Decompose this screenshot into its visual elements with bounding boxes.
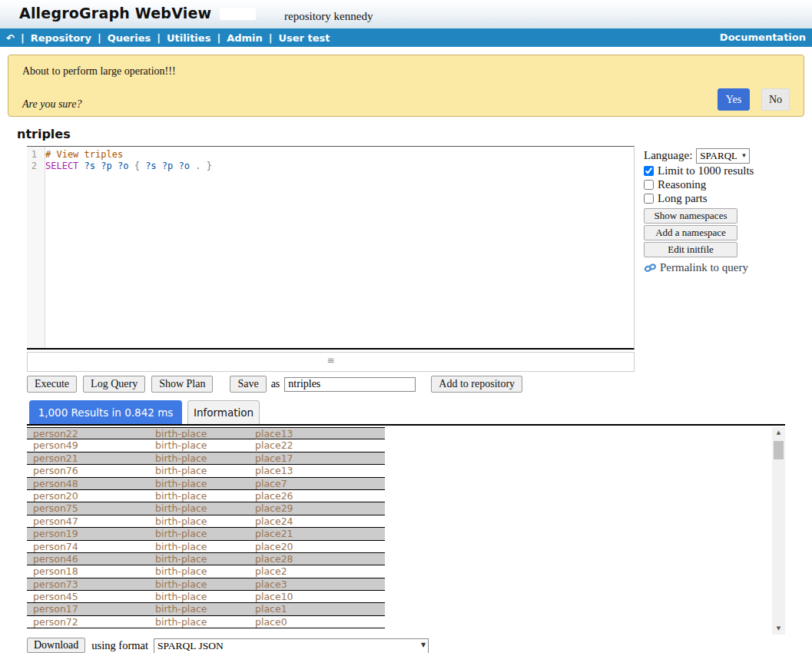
result-object-link[interactable]: place0 <box>255 616 385 628</box>
result-object-link[interactable]: place26 <box>255 490 385 502</box>
result-subject-link[interactable]: person45 <box>27 591 155 602</box>
tab-results[interactable]: 1,000 Results in 0.842 ms <box>29 400 182 424</box>
result-object-link[interactable]: place13 <box>255 465 385 476</box>
result-subject-link[interactable]: person75 <box>27 502 155 514</box>
result-object-link[interactable]: place20 <box>255 541 385 552</box>
yes-button[interactable]: Yes <box>718 88 750 111</box>
result-object-link[interactable]: place7 <box>255 478 385 489</box>
nav-item-admin[interactable]: Admin <box>210 32 262 44</box>
no-button[interactable]: No <box>761 88 790 111</box>
result-predicate-link[interactable]: birth-place <box>155 591 255 602</box>
result-subject-link[interactable]: person19 <box>27 528 155 539</box>
result-object-link[interactable]: place21 <box>255 528 385 539</box>
result-subject-link[interactable]: person18 <box>27 565 155 577</box>
nav-item-documentation[interactable]: Documentation <box>720 28 806 47</box>
checkbox-long-parts[interactable] <box>644 194 654 204</box>
result-predicate-link[interactable]: birth-place <box>155 465 255 476</box>
result-subject-link[interactable]: person72 <box>27 616 155 628</box>
result-predicate-link[interactable]: birth-place <box>155 439 255 451</box>
result-predicate-link[interactable]: birth-place <box>155 515 255 527</box>
result-predicate-link[interactable]: birth-place <box>155 452 255 464</box>
result-object-link[interactable]: place29 <box>255 502 385 514</box>
format-select[interactable]: SPARQL JSON <box>154 638 429 653</box>
result-subject-link[interactable]: person17 <box>27 603 155 615</box>
table-row: person17birth-placeplace1 <box>27 603 385 615</box>
nav-item-repository[interactable]: Repository <box>15 32 91 44</box>
checkbox-reasoning[interactable] <box>644 180 654 190</box>
show-plan-button[interactable]: Show Plan <box>151 376 213 393</box>
checkbox-label-reasoning: Reasoning <box>658 178 706 191</box>
save-name-input[interactable] <box>284 377 416 392</box>
save-button[interactable]: Save <box>230 376 266 393</box>
permalink-to-query-link[interactable]: Permalink to query <box>644 261 767 274</box>
result-predicate-link[interactable]: birth-place <box>155 553 255 565</box>
table-row: person73birth-placeplace3 <box>27 578 385 591</box>
nav-item-user-test[interactable]: User test <box>263 32 330 44</box>
permalink-label: Permalink to query <box>660 261 748 274</box>
language-select[interactable]: SPARQL <box>696 148 750 164</box>
result-object-link[interactable]: place13 <box>255 428 385 439</box>
results-table: person22birth-placeplace13person49birth-… <box>27 427 769 635</box>
result-subject-link[interactable]: person21 <box>27 452 155 464</box>
code-text: # View triples <box>42 149 123 161</box>
line-number: 1 <box>27 149 42 161</box>
result-predicate-link[interactable]: birth-place <box>155 578 255 590</box>
show-namespaces-button[interactable]: Show namespaces <box>644 208 737 224</box>
execute-button[interactable]: Execute <box>27 376 77 393</box>
result-object-link[interactable]: place1 <box>255 603 385 615</box>
nav-item-queries[interactable]: Queries <box>91 32 151 44</box>
main-navbar: ↶ RepositoryQueriesUtilitiesAdminUser te… <box>0 28 812 47</box>
as-label: as <box>271 378 280 390</box>
download-button[interactable]: Download <box>27 638 85 653</box>
result-predicate-link[interactable]: birth-place <box>155 428 255 439</box>
add-a-namespace-button[interactable]: Add a namespace <box>644 225 737 240</box>
result-subject-link[interactable]: person22 <box>27 428 155 439</box>
query-options-panel: Language: SPARQL ▼ Limit to 1000 results… <box>644 148 767 274</box>
option-reasoning: Reasoning <box>644 178 767 191</box>
tab-information[interactable]: Information <box>187 400 260 424</box>
checkbox-limit-to-1000-results[interactable] <box>644 166 654 176</box>
back-arrow-icon[interactable]: ↶ <box>6 32 15 44</box>
scrollbar-up-icon[interactable]: ▲ <box>772 427 785 439</box>
scrollbar-down-icon[interactable]: ▼ <box>772 623 785 635</box>
result-subject-link[interactable]: person20 <box>27 490 155 502</box>
result-subject-link[interactable]: person76 <box>27 465 155 476</box>
result-object-link[interactable]: place17 <box>255 452 385 464</box>
result-subject-link[interactable]: person47 <box>27 515 155 527</box>
nav-item-utilities[interactable]: Utilities <box>151 32 210 44</box>
results-scrollbar[interactable]: ▲ ▼ <box>772 427 785 635</box>
sparql-code-editor[interactable]: 1# View triples2SELECT ?s ?p ?o { ?s ?p … <box>27 146 635 350</box>
result-object-link[interactable]: place24 <box>255 515 385 527</box>
language-label: Language: <box>644 149 692 162</box>
result-subject-link[interactable]: person46 <box>27 553 155 565</box>
query-toolbar: Execute Log Query Show Plan Save as Add … <box>27 376 522 393</box>
result-subject-link[interactable]: person73 <box>27 578 155 590</box>
result-object-link[interactable]: place28 <box>255 553 385 565</box>
result-predicate-link[interactable]: birth-place <box>155 616 255 628</box>
log-query-button[interactable]: Log Query <box>83 376 145 393</box>
result-subject-link[interactable]: person49 <box>27 439 155 451</box>
editor-resize-strip: ≡ <box>27 352 635 372</box>
result-predicate-link[interactable]: birth-place <box>155 528 255 539</box>
checkbox-label-long-parts: Long parts <box>658 192 708 205</box>
edit-initfile-button[interactable]: Edit initfile <box>644 242 737 257</box>
scrollbar-thumb[interactable] <box>774 441 784 459</box>
result-subject-link[interactable]: person48 <box>27 478 155 489</box>
banner-message: About to perform large operation!!! <box>22 65 176 78</box>
result-object-link[interactable]: place2 <box>255 565 385 577</box>
result-predicate-link[interactable]: birth-place <box>155 490 255 502</box>
download-bar: Download using format SPARQL JSON ▼ <box>27 638 429 653</box>
table-row: person49birth-placeplace22 <box>27 439 385 452</box>
result-object-link[interactable]: place22 <box>255 439 385 451</box>
result-predicate-link[interactable]: birth-place <box>155 502 255 514</box>
result-object-link[interactable]: place10 <box>255 591 385 602</box>
result-object-link[interactable]: place3 <box>255 578 385 590</box>
result-subject-link[interactable]: person74 <box>27 541 155 552</box>
result-predicate-link[interactable]: birth-place <box>155 603 255 615</box>
result-predicate-link[interactable]: birth-place <box>155 565 255 577</box>
add-to-repository-button[interactable]: Add to repository <box>431 376 522 393</box>
result-predicate-link[interactable]: birth-place <box>155 541 255 552</box>
table-row: person75birth-placeplace29 <box>27 502 385 515</box>
result-predicate-link[interactable]: birth-place <box>155 478 255 489</box>
resize-handle-icon[interactable]: ≡ <box>326 355 334 366</box>
